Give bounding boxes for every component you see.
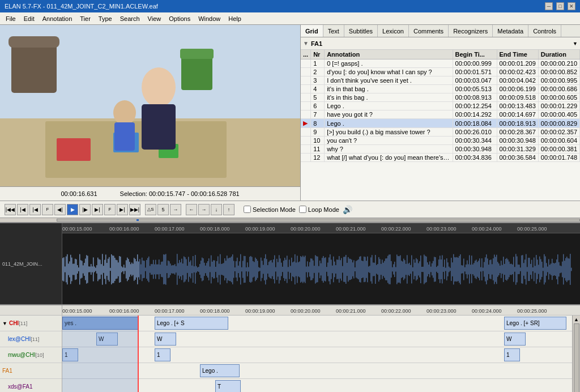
table-row[interactable]: 5 it's in this bag . 00:00:08.913 00:00:… xyxy=(301,93,580,102)
minimize-button[interactable]: ─ xyxy=(545,2,553,10)
menu-view[interactable]: View xyxy=(144,14,165,23)
scrollbar-thumb[interactable] xyxy=(574,323,579,392)
annotation-mwu-1b[interactable]: 1 xyxy=(155,348,170,361)
btn-next-frame[interactable]: ▶| xyxy=(92,204,103,215)
btn-f-left[interactable]: F xyxy=(42,204,53,215)
annotation-CHI-lego1[interactable]: Lego . [+ S xyxy=(155,317,228,330)
annotation-FA1-lego[interactable]: Lego . xyxy=(200,364,240,377)
btn-go-start[interactable]: |◀◀ xyxy=(5,204,16,215)
row-annotation[interactable]: why ? xyxy=(325,145,453,154)
waveform-scrollbar[interactable] xyxy=(0,218,580,222)
table-row[interactable]: 6 Lego . 00:00:12.254 00:00:13.483 00:00… xyxy=(301,102,580,110)
svg-rect-330 xyxy=(404,260,406,278)
track-label-CHI[interactable]: ▼ CHI [11] xyxy=(0,316,62,331)
tab-recognizers[interactable]: Recognizers xyxy=(449,25,493,37)
annotation-CHI-yes[interactable]: yes . xyxy=(62,317,139,330)
col-header-dots: ... xyxy=(301,50,311,59)
svg-text:00:00:24.000: 00:00:24.000 xyxy=(472,308,502,314)
tab-metadata[interactable]: Metadata xyxy=(493,25,528,37)
row-begin-time: 00:00:12.254 xyxy=(453,102,497,110)
menu-tier[interactable]: Tier xyxy=(76,14,94,23)
table-row[interactable]: 4 it's in that bag . 00:00:05.513 00:00:… xyxy=(301,85,580,93)
row-annotation[interactable]: d'you [: do you] know what I can spy ? xyxy=(325,68,453,76)
scrollbar-up-btn[interactable]: ▲ xyxy=(574,317,579,322)
table-row[interactable]: 3 I don't think you've seen it yet . 00:… xyxy=(301,76,580,85)
table-row[interactable]: 2 d'you [: do you] know what I can spy ?… xyxy=(301,68,580,76)
annotation-CHI-lego2[interactable]: Lego . [+ SR] xyxy=(504,317,566,330)
table-row[interactable]: 10 you can't ? 00:00:30.344 00:00:30.948… xyxy=(301,137,580,145)
menu-help[interactable]: Help xyxy=(225,14,245,23)
row-annotation[interactable]: have you got it ? xyxy=(325,110,453,119)
svg-rect-236 xyxy=(298,262,299,276)
loop-mode-checkbox[interactable] xyxy=(299,206,306,213)
btn-go-end[interactable]: ▶▶| xyxy=(129,204,140,215)
tab-grid[interactable]: Grid xyxy=(301,25,323,37)
row-annotation[interactable]: 0 [=! gasps] . xyxy=(325,59,453,68)
btn-f-right[interactable]: F xyxy=(104,204,116,215)
waveform-canvas[interactable] xyxy=(62,233,580,304)
track-label-mwu-CHI[interactable]: mwu@CHI [10] xyxy=(0,347,62,363)
annotation-lex-W1[interactable]: W xyxy=(96,333,118,346)
svg-rect-426 xyxy=(513,257,514,282)
menu-file[interactable]: File xyxy=(2,14,19,23)
menu-window[interactable]: Window xyxy=(195,14,224,23)
menu-annotation[interactable]: Annotation xyxy=(39,14,76,23)
table-row[interactable]: 1 0 [=! gasps] . 00:00:00.999 00:00:01.2… xyxy=(301,59,580,68)
btn-delta-s[interactable]: △S xyxy=(145,204,156,215)
btn-next-ann[interactable]: ▶| xyxy=(117,204,128,215)
close-button[interactable]: ✕ xyxy=(568,2,575,10)
row-nr: 1 xyxy=(311,59,325,68)
tab-subtitles[interactable]: Subtitles xyxy=(344,25,378,37)
menu-type[interactable]: Type xyxy=(95,14,116,23)
selection-mode-checkbox[interactable] xyxy=(244,206,251,213)
row-annotation[interactable]: Lego . xyxy=(325,102,453,110)
annotation-lex-W3[interactable]: W xyxy=(504,333,526,346)
table-row[interactable]: 11 why ? 00:00:30.948 00:00:31.329 00:00… xyxy=(301,145,580,154)
tab-text[interactable]: Text xyxy=(323,25,344,37)
sound-button[interactable]: 🔊 xyxy=(343,205,352,214)
btn-prev-frame[interactable]: |◀ xyxy=(29,204,41,215)
tab-comments[interactable]: Comments xyxy=(409,25,449,37)
btn-5[interactable]: 5 xyxy=(157,204,169,215)
btn-step-fwd[interactable]: |▶ xyxy=(79,204,91,215)
track-label-lex-CHI[interactable]: lex@CHI [11] xyxy=(0,331,62,347)
timeline-scrollbar-vertical[interactable]: ▲ ▼ xyxy=(572,316,580,392)
svg-rect-402 xyxy=(486,254,487,284)
btn-step-back[interactable]: ◀| xyxy=(54,204,66,215)
svg-rect-433 xyxy=(521,255,522,283)
menu-edit[interactable]: Edit xyxy=(20,14,38,23)
menu-options[interactable]: Options xyxy=(165,14,194,23)
menu-search[interactable]: Search xyxy=(117,14,143,23)
tab-lexicon[interactable]: Lexicon xyxy=(378,25,409,37)
table-row[interactable]: ▶ 8 Lego . 00:00:18.084 00:00:18.913 00:… xyxy=(301,119,580,128)
row-annotation[interactable]: you can't ? xyxy=(325,137,453,145)
annotation-mwu-1c[interactable]: 1 xyxy=(504,348,520,361)
btn-prev-ann[interactable]: |◀ xyxy=(17,204,28,215)
row-annotation[interactable]: it's in that bag . xyxy=(325,85,453,93)
annotation-lex-W2[interactable]: W xyxy=(155,333,176,346)
btn-arrow-down[interactable]: ↓ xyxy=(211,204,222,215)
row-annotation[interactable]: I don't think you've seen it yet . xyxy=(325,76,453,85)
tab-controls[interactable]: Controls xyxy=(528,25,561,37)
table-row[interactable]: 12 what [/] what d'you [: do you] mean t… xyxy=(301,154,580,162)
row-annotation[interactable]: it's in this bag . xyxy=(325,93,453,102)
maximize-button[interactable]: □ xyxy=(556,2,564,10)
btn-arrow-left[interactable]: ← xyxy=(186,204,197,215)
track-label-xds-FA1[interactable]: xds@FA1 xyxy=(0,379,62,392)
row-annotation[interactable]: what [/] what d'you [: do you] mean ther… xyxy=(325,154,453,162)
track-name-FA1: FA1 xyxy=(2,368,12,374)
row-annotation[interactable]: [>] you build (.) a big massive tower ? xyxy=(325,128,453,137)
track-label-FA1[interactable]: FA1 xyxy=(0,363,62,379)
btn-play[interactable]: ▶ xyxy=(67,204,78,215)
table-row[interactable]: 7 have you got it ? 00:00:14.292 00:00:1… xyxy=(301,110,580,119)
annotation-xds-T[interactable]: T xyxy=(215,380,241,392)
btn-arrow-right[interactable]: → xyxy=(198,204,210,215)
tier-dropdown-button[interactable]: ▼ xyxy=(573,41,578,46)
svg-rect-126 xyxy=(173,265,174,274)
annotation-mwu-1a[interactable]: 1 xyxy=(62,348,78,361)
btn-loop-arrow[interactable]: → xyxy=(170,204,181,215)
waveform-content[interactable]: 00:00:15.000 00:00:16.000 00:00:17.000 0… xyxy=(62,223,580,304)
btn-arrow-up[interactable]: ↑ xyxy=(223,204,234,215)
table-row[interactable]: 9 [>] you build (.) a big massive tower … xyxy=(301,128,580,137)
row-annotation[interactable]: Lego . xyxy=(325,119,453,128)
